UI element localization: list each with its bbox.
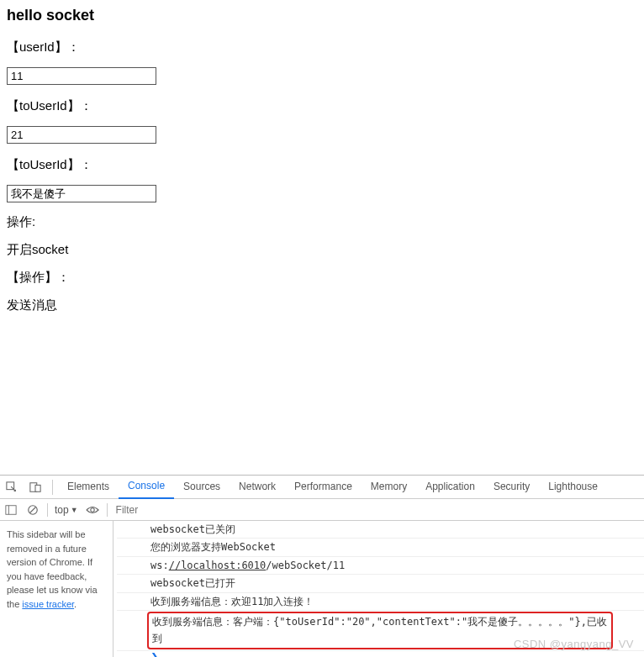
- watermark: CSDN @yangyang_VV: [514, 638, 634, 650]
- chevron-down-icon: ▼: [71, 506, 78, 514]
- context-value: top: [55, 504, 69, 516]
- log-line: websocket已关闭: [147, 521, 239, 538]
- log-line: ws://localhost:6010/webSocket/11: [147, 557, 348, 574]
- ops-label: 操作:: [7, 214, 637, 230]
- sidebar-toggle-icon[interactable]: [0, 499, 22, 521]
- console-toolbar: top ▼: [0, 499, 644, 521]
- log-line: websocket已打开: [147, 575, 239, 591]
- content-input[interactable]: [7, 185, 156, 202]
- tab-console[interactable]: Console: [119, 475, 174, 499]
- device-icon[interactable]: [24, 476, 47, 499]
- touserid-input[interactable]: [7, 126, 156, 144]
- log-line: 您的浏览器支持WebSocket: [147, 539, 279, 555]
- inspect-icon[interactable]: [0, 476, 24, 499]
- svg-point-7: [90, 507, 93, 511]
- tab-memory[interactable]: Memory: [362, 476, 416, 498]
- devtools-tabs: Elements Console Sources Network Perform…: [0, 476, 644, 499]
- filter-input[interactable]: [111, 502, 212, 518]
- devtools-panel: Elements Console Sources Network Perform…: [0, 475, 644, 657]
- svg-rect-3: [6, 505, 16, 514]
- tab-lighthouse[interactable]: Lighthouse: [539, 476, 607, 498]
- userid-input[interactable]: [7, 67, 156, 85]
- tab-application[interactable]: Application: [416, 476, 484, 498]
- content-label: 【toUserId】：: [7, 157, 637, 173]
- console-prompt-icon[interactable]: ❯: [147, 651, 159, 657]
- context-selector[interactable]: top ▼: [51, 504, 82, 516]
- clear-console-icon[interactable]: [22, 499, 44, 521]
- page-title: hello socket: [7, 7, 637, 24]
- eye-icon[interactable]: [82, 499, 103, 521]
- ops2-label: 【操作】：: [7, 270, 637, 286]
- tab-elements[interactable]: Elements: [58, 476, 119, 498]
- tab-performance[interactable]: Performance: [285, 476, 362, 498]
- tab-network[interactable]: Network: [230, 476, 285, 498]
- touserid-label: 【toUserId】：: [7, 98, 637, 114]
- console-log-area: websocket已关闭 您的浏览器支持WebSocket ws://local…: [113, 521, 644, 657]
- userid-label: 【userId】：: [7, 39, 637, 55]
- svg-line-6: [30, 507, 36, 512]
- log-line: 收到服务端信息：欢迎11加入连接！: [147, 593, 317, 610]
- svg-rect-2: [35, 485, 40, 491]
- send-msg-button[interactable]: 发送消息: [7, 297, 637, 313]
- tab-sources[interactable]: Sources: [174, 476, 230, 498]
- sidebar-notice: This sidebar will be removed in a future…: [0, 521, 113, 657]
- tab-security[interactable]: Security: [484, 476, 539, 498]
- open-socket-button[interactable]: 开启socket: [7, 242, 637, 258]
- issue-tracker-link[interactable]: issue tracker: [22, 599, 74, 609]
